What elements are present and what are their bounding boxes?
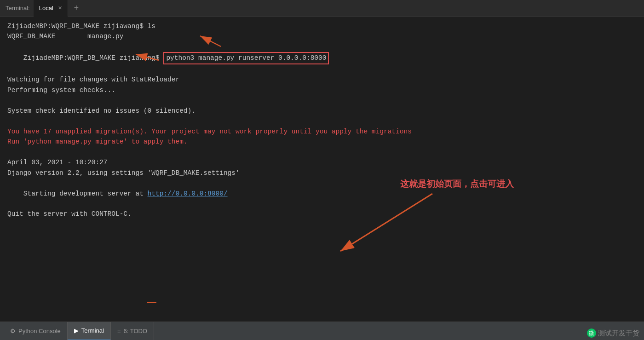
terminal-django-line: Django version 2.2, using settings 'WQRF… bbox=[7, 168, 637, 178]
terminal-icon: ▶ bbox=[74, 327, 79, 334]
tab-local-label: Local bbox=[39, 5, 53, 12]
wechat-icon: 微 bbox=[587, 328, 596, 338]
bottom-tab-todo[interactable]: ≡ 6: TODO bbox=[111, 322, 154, 340]
terminal-body: ZijiadeMBP:WQRF_DB_MAKE zijiawang$ ls WQ… bbox=[0, 17, 644, 322]
bottom-tab-terminal[interactable]: ▶ Terminal bbox=[68, 322, 111, 340]
terminal-warning-1: You have 17 unapplied migration(s). Your… bbox=[7, 127, 637, 137]
terminal-server-line: Starting development server at http://0.… bbox=[7, 178, 637, 209]
python-console-label: Python Console bbox=[18, 328, 61, 334]
terminal-line-5: Performing system checks... bbox=[7, 85, 637, 95]
server-link[interactable]: http://0.0.0.0:8000/ bbox=[148, 190, 228, 197]
terminal-tab-label: Terminal bbox=[81, 327, 104, 334]
terminal-line-2: WQRF_DB_MAKE manage.py bbox=[7, 31, 637, 41]
bottom-tab-python-console[interactable]: ⚙ Python Console bbox=[4, 322, 68, 340]
terminal-date-line: April 03, 2021 - 10:20:27 bbox=[7, 157, 637, 167]
terminal-line-7: System check identified no issues (0 sil… bbox=[7, 106, 637, 116]
watermark: 微 测试开发干货 bbox=[587, 328, 639, 338]
terminal-line-3: ZijiadeMBP:WQRF_DB_MAKE zijiawang$ pytho… bbox=[7, 42, 637, 75]
bottom-bar: ⚙ Python Console ▶ Terminal ≡ 6: TODO 微 … bbox=[0, 322, 644, 340]
terminal-line-1: ZijiadeMBP:WQRF_DB_MAKE zijiawang$ ls bbox=[7, 21, 637, 31]
cmd-highlighted: python3 manage.py runserver 0.0.0.0:8000 bbox=[163, 52, 329, 64]
server-line-before: Starting development server at bbox=[23, 190, 148, 197]
python-console-icon: ⚙ bbox=[10, 328, 16, 334]
todo-label: 6: TODO bbox=[124, 328, 148, 334]
todo-icon: ≡ bbox=[117, 328, 121, 334]
terminal-line-4: Watching for file changes with StatReloa… bbox=[7, 75, 637, 85]
tab-close-icon[interactable]: ✕ bbox=[58, 5, 62, 11]
terminal-quit-line: Quit the server with CONTROL-C. bbox=[7, 209, 637, 219]
tab-local[interactable]: Local ✕ bbox=[34, 0, 68, 17]
terminal-label: Terminal: bbox=[4, 5, 34, 12]
prompt-text-3: ZijiadeMBP:WQRF_DB_MAKE zijiawang$ bbox=[23, 54, 164, 62]
terminal-empty-2 bbox=[7, 116, 637, 126]
watermark-text: 测试开发干货 bbox=[598, 329, 639, 338]
terminal-empty-3 bbox=[7, 147, 637, 157]
terminal-empty-1 bbox=[7, 95, 637, 105]
tab-add-button[interactable]: + bbox=[70, 2, 83, 15]
terminal-warning-2: Run 'python manage.py migrate' to apply … bbox=[7, 137, 637, 147]
terminal-empty-4 bbox=[7, 219, 637, 230]
tab-bar: Terminal: Local ✕ + bbox=[0, 0, 644, 17]
